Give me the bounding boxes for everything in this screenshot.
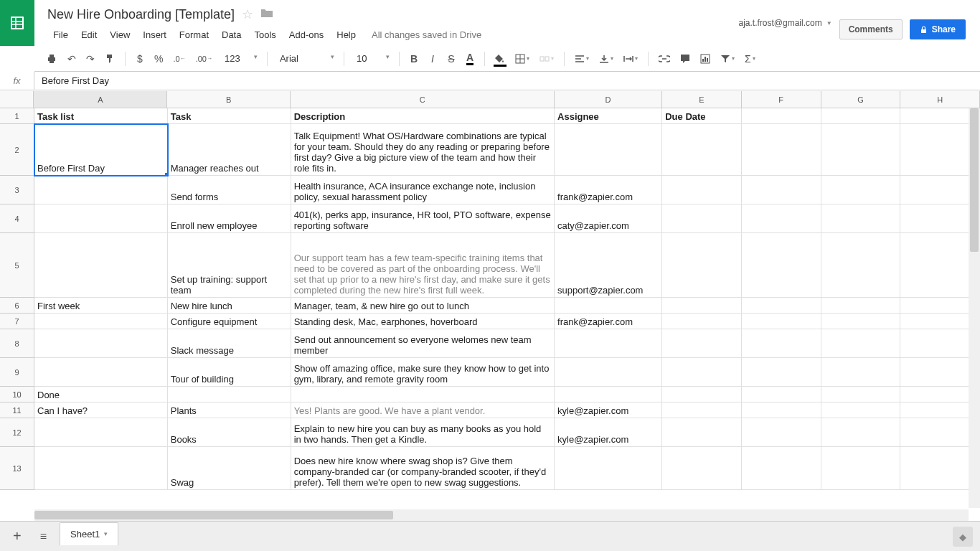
cell[interactable] (821, 358, 901, 387)
row-header-1[interactable]: 1 (0, 108, 34, 124)
cell[interactable]: Before First Day (34, 124, 168, 176)
cell[interactable] (168, 387, 291, 402)
cell[interactable] (742, 402, 821, 418)
decrease-decimal-icon[interactable]: .0← (169, 50, 189, 67)
horizontal-align-icon[interactable]: ▾ (570, 50, 593, 67)
cell[interactable]: Health insurance, ACA insurance exchange… (291, 176, 555, 204)
menu-view[interactable]: View (104, 27, 136, 43)
all-sheets-icon[interactable]: ≡ (34, 527, 52, 546)
increase-decimal-icon[interactable]: .00→ (192, 50, 217, 67)
cell[interactable]: Set up training: support team (168, 233, 291, 298)
row-header-4[interactable]: 4 (0, 204, 34, 233)
cell[interactable]: frank@zapier.com (555, 176, 662, 204)
row-header-2[interactable]: 2 (0, 124, 34, 176)
cell[interactable]: Our support team has a few team-specific… (291, 233, 555, 298)
col-header-B[interactable]: B (167, 91, 291, 108)
cell[interactable] (821, 387, 901, 402)
cell[interactable] (742, 447, 821, 490)
cell[interactable]: caty@zapier.com (555, 204, 662, 233)
document-title[interactable]: New Hire Onboarding [Template] (47, 7, 235, 22)
print-icon[interactable] (42, 50, 62, 67)
insert-link-icon[interactable] (654, 50, 674, 67)
sheet-tab[interactable]: Sheet1 (60, 522, 118, 545)
add-sheet-icon[interactable]: + (7, 525, 27, 547)
cell[interactable]: New hire lunch (168, 298, 291, 314)
cell[interactable]: Manager, team, & new hire go out to lunc… (291, 298, 555, 314)
cell[interactable] (662, 204, 742, 233)
cell[interactable]: Yes! Plants are good. We have a plant ve… (291, 402, 555, 418)
cell[interactable] (34, 314, 168, 329)
cell[interactable] (742, 418, 821, 447)
row-header-5[interactable]: 5 (0, 233, 34, 298)
share-button[interactable]: Share (910, 19, 966, 39)
text-color-icon[interactable]: A (461, 50, 479, 67)
cell[interactable] (662, 329, 742, 358)
merge-cells-icon[interactable]: ▾ (535, 50, 558, 67)
cell[interactable] (821, 402, 901, 418)
text-wrap-icon[interactable]: ▾ (619, 50, 642, 67)
cell[interactable] (555, 329, 662, 358)
row-header-12[interactable]: 12 (0, 418, 34, 447)
cell[interactable] (821, 233, 901, 298)
menu-help[interactable]: Help (331, 27, 362, 43)
bold-icon[interactable]: B (405, 50, 423, 67)
functions-icon[interactable]: Σ▾ (740, 50, 760, 67)
cell[interactable]: Task list (34, 108, 168, 124)
cell[interactable]: Task (168, 108, 291, 124)
comments-button[interactable]: Comments (839, 19, 903, 39)
cell[interactable] (821, 204, 901, 233)
cell[interactable] (555, 387, 662, 402)
cell[interactable]: Standing desk, Mac, earphones, hoverboar… (291, 314, 555, 329)
cell[interactable]: Due Date (662, 108, 742, 124)
menu-add-ons[interactable]: Add-ons (283, 27, 329, 43)
currency-icon[interactable]: $ (131, 50, 149, 67)
cell[interactable] (821, 418, 901, 447)
cell[interactable] (821, 124, 901, 176)
cell[interactable] (742, 233, 821, 298)
row-header-9[interactable]: 9 (0, 358, 34, 387)
cell[interactable] (34, 447, 168, 490)
cell[interactable] (821, 108, 901, 124)
cell[interactable] (662, 402, 742, 418)
vertical-align-icon[interactable]: ▾ (595, 50, 618, 67)
cell[interactable] (34, 204, 168, 233)
cell[interactable]: Books (168, 418, 291, 447)
cell[interactable]: support@zapier.com (555, 233, 662, 298)
cell[interactable] (662, 418, 742, 447)
italic-icon[interactable]: I (424, 50, 441, 67)
cell[interactable] (821, 447, 901, 490)
menu-insert[interactable]: Insert (137, 27, 172, 43)
cell[interactable] (34, 358, 168, 387)
cell[interactable] (662, 124, 742, 176)
cell[interactable]: Description (291, 108, 555, 124)
menu-format[interactable]: Format (174, 27, 215, 43)
redo-icon[interactable]: ↷ (82, 50, 99, 67)
cell[interactable] (742, 298, 821, 314)
menu-edit[interactable]: Edit (75, 27, 103, 43)
cell[interactable]: kyle@zapier.com (555, 418, 662, 447)
insert-chart-icon[interactable] (696, 50, 715, 67)
cell[interactable] (742, 204, 821, 233)
col-header-A[interactable]: A (34, 91, 167, 108)
grid[interactable]: ABCDEFGH1Task listTaskDescriptionAssigne… (0, 91, 980, 521)
cell[interactable] (662, 314, 742, 329)
cell[interactable] (662, 176, 742, 204)
number-format-select[interactable]: 123 (218, 50, 261, 67)
cell[interactable] (34, 176, 168, 204)
cell[interactable] (821, 314, 901, 329)
vertical-scrollbar[interactable] (969, 108, 980, 508)
menu-tools[interactable]: Tools (248, 27, 281, 43)
horizontal-scrollbar[interactable] (34, 509, 969, 521)
cell[interactable] (821, 176, 901, 204)
cell[interactable] (742, 314, 821, 329)
font-size-select[interactable]: 10 (350, 50, 393, 67)
cell[interactable] (34, 418, 168, 447)
user-email[interactable]: aja.t.frost@gmail.com▼ (738, 18, 831, 28)
cell[interactable] (555, 447, 662, 490)
cell[interactable]: Manager reaches out (168, 124, 291, 176)
cell[interactable] (662, 298, 742, 314)
col-header-G[interactable]: G (821, 91, 901, 108)
cell[interactable] (742, 358, 821, 387)
col-header-E[interactable]: E (662, 91, 742, 108)
cell[interactable]: Assignee (555, 108, 662, 124)
